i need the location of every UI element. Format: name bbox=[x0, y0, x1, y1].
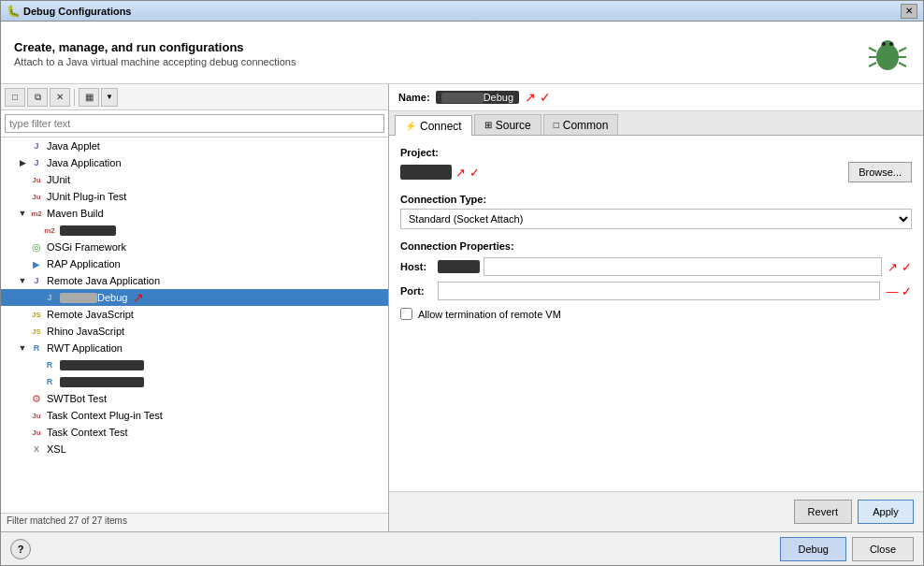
tab-common[interactable]: □ Common bbox=[543, 114, 619, 135]
connection-type-group: Connection Type: Standard (Socket Attach… bbox=[400, 194, 912, 229]
tree-item-java-applet[interactable]: J Java Applet bbox=[1, 138, 388, 154]
host-input[interactable] bbox=[484, 257, 882, 276]
delete-config-button[interactable]: ✕ bbox=[50, 88, 70, 107]
tree-item-junit[interactable]: Ju JUnit bbox=[1, 171, 388, 188]
new-config-button[interactable]: □ bbox=[5, 88, 25, 107]
svg-line-7 bbox=[899, 48, 906, 51]
svg-line-6 bbox=[869, 63, 876, 66]
tree-label: RAP Application bbox=[47, 258, 121, 269]
tree-item-rhino-js[interactable]: JS Rhino JavaScript bbox=[1, 323, 388, 340]
host-label: Host: bbox=[400, 261, 438, 272]
toolbar-separator-1 bbox=[74, 89, 75, 106]
expand-icon bbox=[16, 308, 29, 321]
tree-label: JUnit bbox=[47, 174, 70, 185]
expand-icon bbox=[16, 426, 29, 439]
expand-icon bbox=[16, 190, 29, 203]
allow-termination-checkbox[interactable] bbox=[400, 308, 412, 320]
tree-label bbox=[60, 359, 144, 371]
connection-props-label: Connection Properties: bbox=[400, 240, 912, 252]
tab-source[interactable]: ⊞ Source bbox=[474, 114, 541, 135]
tree-item-rap-application[interactable]: ▶ RAP Application bbox=[1, 255, 388, 272]
tree-label: Debug bbox=[60, 292, 127, 304]
tree-item-task-context-plugin[interactable]: Ju Task Context Plug-in Test bbox=[1, 407, 388, 424]
connection-type-select[interactable]: Standard (Socket Attach) Socket Listen bbox=[400, 209, 912, 229]
expand-icon: ▼ bbox=[16, 207, 29, 220]
header-area: Create, manage, and run configurations A… bbox=[1, 22, 923, 84]
port-label: Port: bbox=[400, 285, 438, 297]
project-field-group: Project: ↗ ✓ Browse... bbox=[400, 147, 912, 182]
expand-icon bbox=[16, 173, 29, 186]
tree-label bbox=[60, 225, 116, 237]
tabs-bar: ⚡ Connect ⊞ Source □ Common bbox=[389, 111, 923, 136]
maven-icon: m2 bbox=[29, 206, 44, 221]
browse-button[interactable]: Browse... bbox=[848, 162, 912, 182]
filter-area bbox=[1, 110, 388, 138]
port-annotation: — ✓ bbox=[886, 284, 912, 298]
tree-item-junit-plugin[interactable]: Ju JUnit Plug-in Test bbox=[1, 188, 388, 205]
bottom-right-buttons: Debug Close bbox=[780, 537, 914, 561]
tree-item-maven-child[interactable]: m2 bbox=[1, 222, 388, 239]
tree-label: Task Context Plug-in Test bbox=[47, 410, 163, 421]
window-icon: 🐛 bbox=[7, 5, 20, 18]
port-input[interactable]: 8454 bbox=[438, 282, 880, 300]
tree-item-swtbot[interactable]: ⚙ SWTBot Test bbox=[1, 390, 388, 407]
project-annotation: ↗ ✓ bbox=[455, 166, 480, 180]
tree-item-rwt-child1[interactable]: R bbox=[1, 356, 388, 373]
common-tab-icon: □ bbox=[554, 120, 559, 130]
apply-button[interactable]: Apply bbox=[858, 500, 914, 524]
filter-input[interactable] bbox=[5, 114, 384, 133]
view-menu-button[interactable]: ▼ bbox=[101, 88, 118, 107]
junit-icon: Ju bbox=[29, 172, 44, 187]
revert-button[interactable]: Revert bbox=[794, 500, 852, 524]
tree-label: Maven Build bbox=[47, 208, 104, 219]
tree-label: Task Context Test bbox=[47, 427, 128, 438]
window-close-button[interactable]: ✕ bbox=[901, 4, 917, 19]
tree-item-xsl[interactable]: X XSL bbox=[1, 441, 388, 457]
expand-icon bbox=[16, 240, 29, 254]
tree-item-remote-java[interactable]: ▼ J Remote Java Application bbox=[1, 272, 388, 289]
junit-plugin-icon: Ju bbox=[29, 189, 44, 204]
expand-icon bbox=[29, 358, 42, 371]
expand-icon bbox=[16, 257, 29, 270]
tree-item-java-application[interactable]: ▶ J Java Application bbox=[1, 154, 388, 171]
expand-icon bbox=[16, 443, 29, 456]
osgi-icon: ◎ bbox=[29, 239, 44, 254]
tree-label: Remote Java Application bbox=[47, 275, 160, 286]
tree-item-rwt-child2[interactable]: R bbox=[1, 373, 388, 390]
remote-java-icon: J bbox=[29, 273, 44, 288]
tree-item-task-context[interactable]: Ju Task Context Test bbox=[1, 424, 388, 441]
tree-label: OSGi Framework bbox=[47, 241, 126, 253]
tree-item-maven-build[interactable]: ▼ m2 Maven Build bbox=[1, 205, 388, 222]
window-title: Debug Configurations bbox=[23, 6, 901, 17]
allow-termination-row: Allow termination of remote VM bbox=[400, 308, 912, 320]
tree-label: SWTBot Test bbox=[47, 393, 107, 404]
rap-icon: ▶ bbox=[29, 256, 44, 271]
config-tree: J Java Applet ▶ J Java Application Ju JU… bbox=[1, 138, 388, 513]
expand-icon: ▼ bbox=[16, 274, 29, 287]
close-button[interactable]: Close bbox=[852, 537, 914, 561]
tree-item-rwt[interactable]: ▼ R RWT Application bbox=[1, 340, 388, 356]
common-tab-label: Common bbox=[563, 119, 609, 132]
right-panel: Name: Debug ↗ ✓ ⚡ Connect ⊞ Source □ bbox=[389, 84, 923, 531]
remote-debug-icon: J bbox=[42, 290, 57, 305]
tree-item-osgi[interactable]: ◎ OSGi Framework bbox=[1, 239, 388, 255]
svg-line-4 bbox=[869, 48, 876, 51]
java-applet-icon: J bbox=[29, 138, 44, 153]
help-button[interactable]: ? bbox=[10, 539, 31, 559]
svg-point-3 bbox=[889, 42, 893, 46]
tree-item-remote-debug[interactable]: J Debug ↗ bbox=[1, 289, 388, 306]
tab-connect[interactable]: ⚡ Connect bbox=[395, 115, 472, 136]
project-row: ↗ ✓ Browse... bbox=[400, 162, 912, 182]
tree-label: Java Application bbox=[47, 157, 122, 168]
tree-label: Java Applet bbox=[47, 140, 100, 152]
header-text: Create, manage, and run configurations A… bbox=[14, 40, 296, 67]
collapse-all-button[interactable]: ▦ bbox=[79, 88, 99, 107]
connection-props-section: Connection Properties: Host: ↗ ✓ Port: 8… bbox=[400, 240, 912, 300]
duplicate-config-button[interactable]: ⧉ bbox=[27, 88, 48, 107]
debug-button[interactable]: Debug bbox=[780, 537, 845, 561]
xsl-icon: X bbox=[29, 442, 44, 457]
rwt-icon: R bbox=[29, 341, 44, 356]
tree-label: JUnit Plug-in Test bbox=[47, 191, 126, 202]
tree-label bbox=[60, 376, 144, 388]
tree-item-remote-js[interactable]: JS Remote JavaScript bbox=[1, 306, 388, 323]
